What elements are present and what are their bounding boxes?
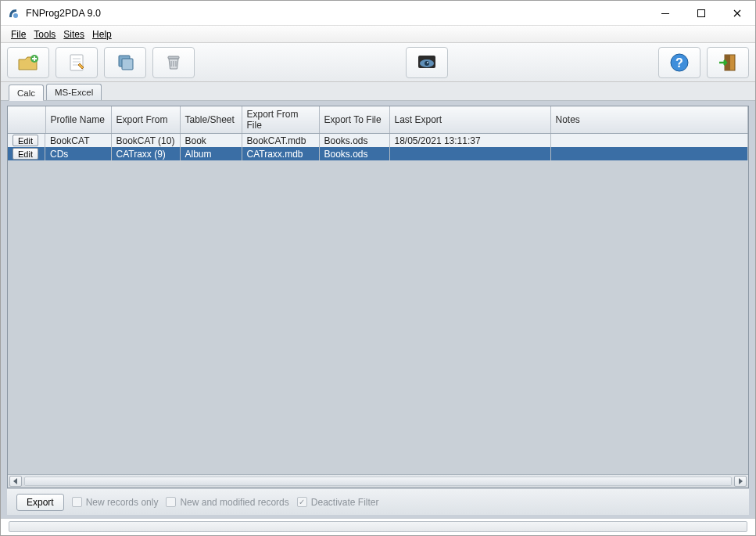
profiles-table: Profile Name Export From Table/Sheet Exp… [8, 106, 748, 160]
col-table-sheet[interactable]: Table/Sheet [180, 106, 242, 134]
exit-button[interactable] [707, 47, 749, 78]
tabs-bar: Calc MS-Excel [1, 82, 755, 101]
cell-export-to-file: Books.ods [319, 134, 389, 148]
cell-last-export: 18/05/2021 13:11:37 [389, 134, 550, 148]
menu-help[interactable]: Help [90, 27, 114, 41]
cell-last-export [389, 147, 550, 160]
maximize-button[interactable] [683, 2, 719, 25]
titlebar: FNProg2PDA 9.0 [1, 1, 755, 26]
export-button[interactable]: Export [16, 494, 64, 511]
deactivate-filter-checkbox[interactable]: Deactivate Filter [297, 497, 379, 508]
tab-msexcel[interactable]: MS-Excel [46, 84, 102, 100]
edit-profile-button[interactable] [56, 47, 98, 78]
preview-button[interactable] [406, 47, 448, 78]
menubar: File Tools Sites Help [1, 26, 755, 43]
status-bar [1, 518, 755, 535]
menu-sites[interactable]: Sites [61, 27, 87, 41]
col-last-export[interactable]: Last Export [389, 106, 550, 134]
cell-table-sheet: Book [180, 134, 242, 148]
new-records-only-checkbox[interactable]: New records only [72, 497, 159, 508]
grid-body: Profile Name Export From Table/Sheet Exp… [8, 106, 748, 474]
cell-table-sheet: Album [180, 147, 242, 160]
bottom-bar: Export New records only New and modified… [7, 488, 749, 515]
table-row[interactable]: Edit CDs CATraxx (9) Album CATraxx.mdb B… [8, 147, 748, 160]
delete-profile-button[interactable] [152, 47, 195, 78]
col-edit[interactable] [8, 106, 45, 134]
cell-export-from-file: CATraxx.mdb [242, 147, 319, 160]
svg-rect-1 [661, 13, 669, 14]
new-and-modified-checkbox[interactable]: New and modified records [166, 497, 288, 508]
svg-rect-7 [168, 56, 179, 59]
col-export-from[interactable]: Export From [111, 106, 180, 134]
tab-calc[interactable]: Calc [9, 85, 44, 101]
cell-export-from: BookCAT (10) [111, 134, 180, 148]
scroll-thumb[interactable] [25, 477, 731, 485]
edit-row-button[interactable]: Edit [13, 135, 38, 146]
horizontal-scrollbar[interactable] [8, 474, 748, 487]
window-title: FNProg2PDA 9.0 [26, 8, 101, 19]
help-button[interactable]: ? [658, 47, 700, 78]
menu-file[interactable]: File [9, 27, 28, 41]
minimize-button[interactable] [647, 2, 683, 25]
new-profile-button[interactable] [7, 47, 49, 78]
svg-point-0 [13, 13, 18, 18]
scroll-left-icon[interactable] [9, 476, 22, 487]
svg-rect-2 [698, 9, 705, 16]
cell-notes [550, 147, 748, 160]
svg-rect-6 [122, 59, 133, 70]
cell-notes [550, 134, 748, 148]
app-window: FNProg2PDA 9.0 File Tools Sites Help [0, 0, 756, 536]
col-export-to-file[interactable]: Export To File [319, 106, 389, 134]
svg-point-10 [425, 61, 429, 66]
col-export-from-file[interactable]: Export From File [242, 106, 319, 134]
edit-row-button[interactable]: Edit [13, 148, 38, 160]
menu-tools[interactable]: Tools [31, 27, 58, 41]
cell-export-from-file: BookCAT.mdb [242, 134, 319, 148]
cell-profile-name: BookCAT [45, 134, 111, 148]
toolbar: ? [1, 43, 755, 82]
main-area: Profile Name Export From Table/Sheet Exp… [1, 101, 755, 518]
col-profile-name[interactable]: Profile Name [45, 106, 111, 134]
table-row[interactable]: Edit BookCAT BookCAT (10) Book BookCAT.m… [8, 134, 748, 148]
svg-text:?: ? [675, 56, 683, 70]
col-notes[interactable]: Notes [550, 106, 748, 134]
progress-bar [9, 521, 747, 532]
scroll-right-icon[interactable] [734, 476, 747, 487]
grid-wrap: Profile Name Export From Table/Sheet Exp… [7, 106, 749, 488]
cell-export-to-file: Books.ods [319, 147, 389, 160]
app-icon [7, 7, 20, 20]
cell-profile-name: CDs [45, 147, 111, 160]
close-button[interactable] [719, 2, 755, 25]
svg-point-11 [427, 62, 428, 63]
scroll-track[interactable] [24, 477, 732, 486]
cell-export-from: CATraxx (9) [111, 147, 180, 160]
copy-profile-button[interactable] [104, 47, 146, 78]
